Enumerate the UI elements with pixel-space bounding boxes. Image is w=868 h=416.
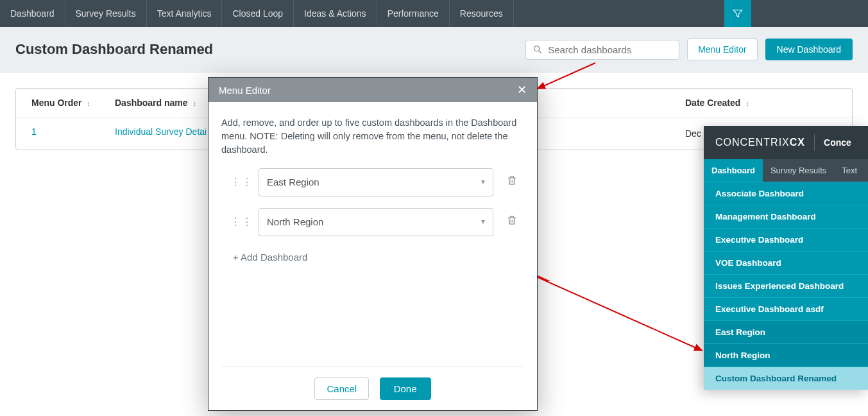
dashboard-select-east[interactable]: East Region ▾ bbox=[259, 168, 493, 196]
close-icon[interactable]: ✕ bbox=[517, 84, 527, 96]
preview-tab-text[interactable]: Text bbox=[834, 159, 865, 182]
chevron-down-icon: ▾ bbox=[481, 177, 485, 187]
menu-editor-modal: Menu Editor ✕ Add, remove, and order up … bbox=[208, 77, 538, 411]
preview-tabs: Dashboard Survey Results Text bbox=[704, 159, 868, 182]
preview-item[interactable]: Management Dashboard bbox=[704, 205, 868, 228]
trash-icon bbox=[506, 174, 518, 187]
filter-icon bbox=[732, 8, 744, 19]
preview-item[interactable]: Executive Dashboard bbox=[704, 228, 868, 251]
modal-body: Add, remove, and order up to five custom… bbox=[208, 102, 537, 367]
modal-header: Menu Editor ✕ bbox=[208, 78, 537, 102]
modal-footer: Cancel Done bbox=[221, 367, 524, 410]
preview-item[interactable]: Issues Experienced Dashboard bbox=[704, 274, 868, 297]
svg-line-3 bbox=[538, 276, 704, 281]
chevron-down-icon: ▾ bbox=[481, 216, 485, 227]
drag-handle-icon[interactable] bbox=[230, 214, 246, 229]
brand-logo: CONCENTRIXCX bbox=[715, 137, 805, 148]
annotation-arrow bbox=[538, 273, 711, 389]
nav-item-closedloop[interactable]: Closed Loop bbox=[222, 0, 294, 27]
preview-item[interactable]: Associate Dashboard bbox=[704, 182, 868, 205]
select-value: North Region bbox=[267, 215, 323, 229]
delete-row-button[interactable] bbox=[506, 174, 518, 191]
nav-item-surveyresults[interactable]: Survey Results bbox=[65, 0, 147, 27]
preview-item[interactable]: VOE Dashboard bbox=[704, 251, 868, 274]
menu-editor-button[interactable]: Menu Editor bbox=[687, 39, 757, 60]
col-date-created[interactable]: Date Created ↕ bbox=[670, 98, 837, 108]
col-menu-order-label: Menu Order bbox=[31, 98, 82, 108]
new-dashboard-button[interactable]: New Dashboard bbox=[765, 39, 853, 60]
svg-point-0 bbox=[534, 46, 540, 51]
modal-title: Menu Editor bbox=[219, 85, 271, 96]
filter-button[interactable] bbox=[724, 0, 751, 27]
svg-line-4 bbox=[538, 277, 702, 351]
menu-row-north: North Region ▾ bbox=[221, 208, 524, 236]
brand-separator bbox=[814, 134, 815, 151]
col-dashboard-name-label: Dashboard name bbox=[115, 98, 188, 108]
select-value: East Region bbox=[267, 175, 319, 189]
preview-panel: CONCENTRIXCX Conce Dashboard Survey Resu… bbox=[704, 126, 868, 390]
modal-instructions: Add, remove, and order up to five custom… bbox=[221, 116, 524, 157]
trash-icon bbox=[506, 214, 518, 227]
nav-item-dashboard[interactable]: Dashboard bbox=[0, 0, 65, 27]
brand-tagline: Conce bbox=[824, 137, 851, 148]
dashboard-select-north[interactable]: North Region ▾ bbox=[259, 208, 493, 236]
cancel-button[interactable]: Cancel bbox=[314, 377, 369, 400]
nav-item-ideasactions[interactable]: Ideas & Actions bbox=[294, 0, 377, 27]
svg-line-1 bbox=[539, 51, 541, 53]
preview-item[interactable]: North Region bbox=[704, 343, 868, 367]
col-date-created-label: Date Created bbox=[685, 98, 740, 108]
sort-icon: ↕ bbox=[192, 100, 196, 107]
preview-item[interactable]: Executive Dashboard asdf bbox=[704, 297, 868, 320]
page-header: Custom Dashboard Renamed Menu Editor New… bbox=[0, 27, 868, 73]
col-menu-order[interactable]: Menu Order ↕ bbox=[31, 98, 115, 108]
nav-item-performance[interactable]: Performance bbox=[377, 0, 450, 27]
nav-item-resources[interactable]: Resources bbox=[450, 0, 514, 27]
preview-item-selected[interactable]: Custom Dashboard Renamed bbox=[704, 367, 868, 390]
preview-tab-dashboard[interactable]: Dashboard bbox=[704, 159, 763, 182]
sort-icon: ↕ bbox=[745, 100, 749, 107]
search-input-wrap[interactable] bbox=[525, 40, 679, 60]
search-icon bbox=[532, 44, 543, 55]
search-input[interactable] bbox=[548, 44, 672, 55]
page-title: Custom Dashboard Renamed bbox=[15, 41, 213, 58]
preview-tab-surveyresults[interactable]: Survey Results bbox=[763, 159, 834, 182]
menu-row-east: East Region ▾ bbox=[221, 168, 524, 196]
preview-item[interactable]: East Region bbox=[704, 320, 868, 343]
top-nav: Dashboard Survey Results Text Analytics … bbox=[0, 0, 868, 27]
row-order: 1 bbox=[31, 126, 115, 141]
add-dashboard-link[interactable]: + Add Dashboard bbox=[233, 250, 524, 264]
done-button[interactable]: Done bbox=[380, 377, 431, 400]
sort-icon: ↕ bbox=[87, 100, 90, 107]
delete-row-button[interactable] bbox=[506, 214, 518, 230]
preview-menu-list: Associate Dashboard Management Dashboard… bbox=[704, 182, 868, 390]
drag-handle-icon[interactable] bbox=[230, 175, 246, 189]
nav-item-textanalytics[interactable]: Text Analytics bbox=[147, 0, 223, 27]
brand-bar: CONCENTRIXCX Conce bbox=[704, 126, 868, 159]
